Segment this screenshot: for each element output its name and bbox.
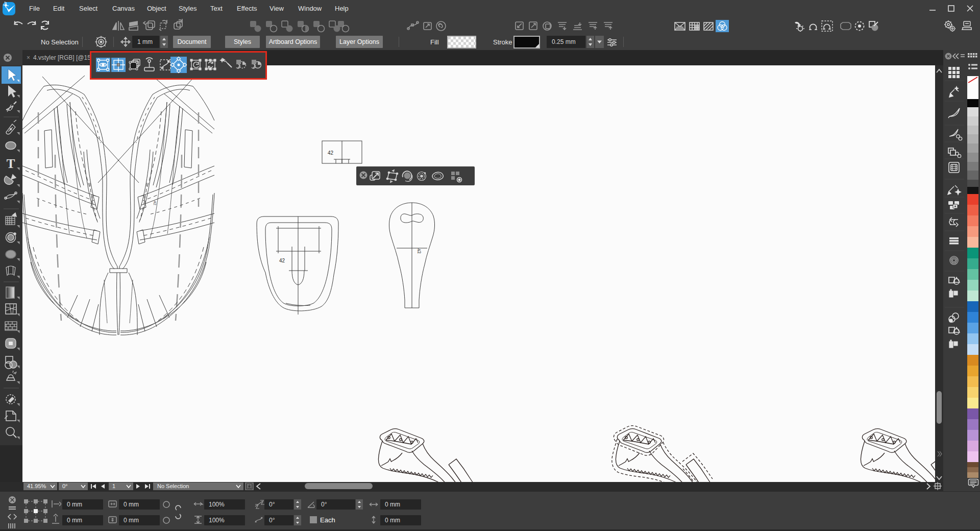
svg-text:42: 42 [153,201,157,205]
svg-text:T: T [7,157,15,171]
svg-text:42: 42 [279,258,285,263]
svg-text:42: 42 [328,150,334,156]
svg-text:42: 42 [416,248,422,254]
